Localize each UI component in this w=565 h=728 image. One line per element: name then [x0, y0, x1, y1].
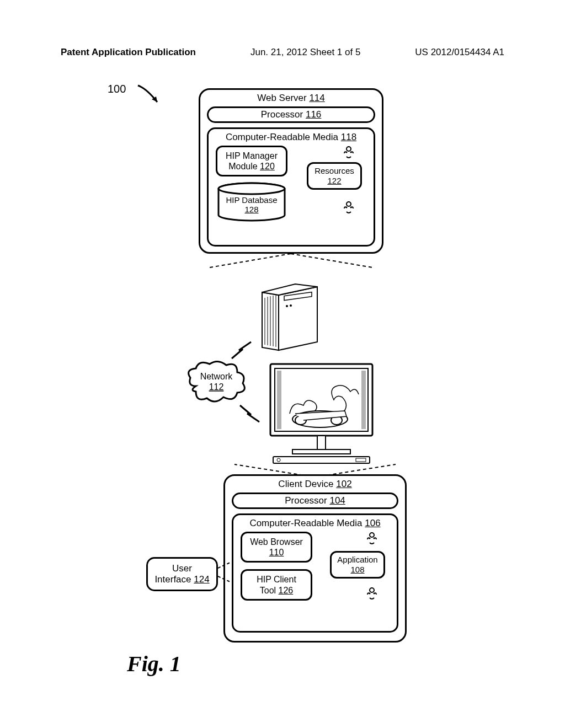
svg-rect-25 [317, 436, 326, 449]
svg-point-6 [347, 202, 351, 206]
svg-point-3 [347, 147, 351, 151]
resources-box: Resources 122 [307, 162, 362, 190]
client-device-container: Client Device 102 Processor 104 Computer… [223, 474, 407, 643]
svg-point-18 [290, 304, 292, 307]
processor-box-server: Processor 116 [207, 106, 375, 123]
user-interface-box: UserInterface 124 [146, 557, 218, 591]
processor-box-client: Processor 104 [232, 493, 398, 509]
web-server-title: Web Server 114 [200, 90, 382, 106]
media-box-server: Computer-Readable Media 118 HIP ManagerM… [207, 127, 375, 247]
header-patent-number: US 2012/0154434 A1 [415, 47, 504, 58]
web-browser-box: Web Browser 110 [241, 532, 312, 563]
arrow-icon [135, 83, 168, 110]
friend-icon [342, 201, 355, 215]
svg-line-42 [218, 576, 230, 582]
svg-rect-23 [277, 371, 281, 429]
svg-line-9 [210, 254, 291, 267]
hip-database: HIP Database 128 [216, 182, 287, 226]
svg-text:Network: Network [200, 372, 233, 381]
application-box: Application 108 [330, 551, 385, 579]
svg-point-2 [218, 183, 285, 194]
svg-point-35 [370, 533, 374, 537]
svg-line-10 [291, 254, 372, 267]
figure-label: Fig. 1 [127, 651, 181, 677]
header-date-sheet: Jun. 21, 2012 Sheet 1 of 5 [250, 47, 360, 58]
media-box-client: Computer-Readable Media 106 Web Browser … [232, 513, 398, 633]
web-server-container: Web Server 114 Processor 116 Computer-Re… [199, 88, 383, 254]
header-publication: Patent Application Publication [61, 47, 196, 58]
dashed-connector-server [199, 254, 383, 270]
svg-rect-29 [356, 458, 366, 462]
monitor-icon [265, 358, 378, 469]
svg-rect-27 [273, 457, 370, 463]
lightning-connector-1 [229, 339, 257, 361]
svg-point-28 [277, 458, 280, 462]
svg-rect-24 [361, 371, 366, 429]
network-cloud: Network 112 [185, 358, 248, 408]
ui-connector [218, 560, 234, 587]
client-device-title: Client Device 102 [225, 476, 405, 493]
reference-number-100: 100 [108, 83, 126, 95]
friend-icon [365, 587, 379, 601]
hip-manager-module: HIP ManagerModule 120 [216, 146, 287, 176]
server-tower-icon [251, 270, 334, 353]
hip-client-tool-box: HIP ClientTool 126 [241, 569, 312, 600]
friend-icon [342, 146, 355, 160]
svg-text:112: 112 [209, 382, 224, 392]
svg-point-38 [370, 588, 374, 592]
svg-line-41 [218, 563, 230, 568]
friend-icon [365, 532, 379, 546]
lightning-connector-2 [237, 403, 265, 425]
svg-point-17 [286, 305, 288, 307]
svg-rect-26 [292, 449, 350, 454]
